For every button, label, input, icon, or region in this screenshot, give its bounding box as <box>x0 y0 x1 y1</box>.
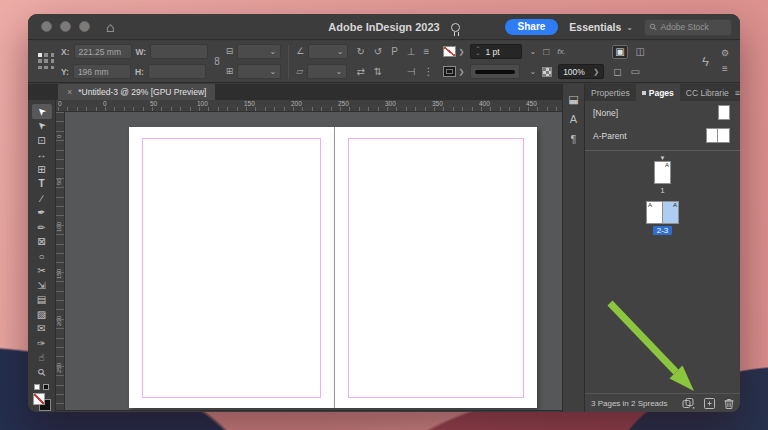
note-tool[interactable]: ✉ <box>32 322 52 337</box>
page-2-thumbnail[interactable]: A <box>646 201 663 224</box>
frame-fitting-button[interactable]: ◻ <box>612 67 622 77</box>
shear-angle-field[interactable]: ⌄ <box>307 64 347 79</box>
horizontal-ruler[interactable]: 0 0 50 100 150 200 250 300 350 400 450 <box>56 100 562 112</box>
fill-indicator-swatch[interactable] <box>33 393 45 405</box>
swap-fill-stroke[interactable] <box>34 384 49 390</box>
ruler-tick: 200 <box>56 316 62 326</box>
note-tool-icon: ✉ <box>37 323 45 334</box>
fill-menu-arrow[interactable]: ❯ <box>459 48 465 56</box>
gear-icon[interactable]: ⚙ <box>720 49 730 58</box>
delete-page-button[interactable] <box>724 398 734 409</box>
stroke-color-swatch[interactable] <box>443 66 456 77</box>
tab-properties[interactable]: Properties <box>585 84 636 101</box>
panel-menu-icon[interactable]: ≡ <box>721 64 729 74</box>
fill-stroke-indicator[interactable] <box>33 393 51 411</box>
close-tab-icon[interactable]: × <box>67 87 72 97</box>
parent-page-a-row[interactable]: A-Parent <box>585 124 740 147</box>
close-window-button[interactable] <box>41 21 52 32</box>
opacity-field[interactable]: 100% ❯ <box>558 64 604 79</box>
reference-point-proxy[interactable] <box>38 53 55 70</box>
tab-cc-libraries[interactable]: CC Librarie <box>680 84 735 101</box>
vertical-ruler[interactable]: 0 50 100 150 200 250 <box>56 112 65 410</box>
none-page-thumbnail[interactable] <box>718 105 730 120</box>
scale-y-field[interactable]: ⌄ <box>237 64 281 79</box>
pen-tool[interactable]: ✒ <box>32 206 52 221</box>
chevron-down-icon: ⌄ <box>626 23 633 32</box>
y-position-field[interactable]: 196 mm <box>73 64 131 79</box>
page-2[interactable] <box>129 127 334 408</box>
a-parent-right-thumbnail[interactable] <box>718 128 730 143</box>
tab-pages[interactable]: Pages <box>636 84 680 101</box>
constrain-proportions-icon[interactable]: 8 <box>214 57 220 67</box>
gradient-feather-tool[interactable]: ▨ <box>32 307 52 322</box>
create-new-page-button[interactable] <box>704 398 715 409</box>
type-tool[interactable]: T <box>32 177 52 192</box>
distribute-v-button[interactable]: ⋮ <box>423 67 435 77</box>
spread-2-3-label[interactable]: 2-3 <box>653 226 673 235</box>
corner-options-button[interactable]: □ <box>542 47 550 57</box>
page-1-thumbnail[interactable]: A <box>654 161 671 184</box>
flip-vertical-button[interactable]: ⇅ <box>373 67 383 77</box>
hand-tool[interactable]: ☝ <box>32 351 52 366</box>
select-container-icon[interactable]: P <box>390 47 399 57</box>
scissors-tool[interactable]: ✂ <box>32 264 52 279</box>
distribute-button[interactable]: ≡ <box>423 47 431 57</box>
rotate-cw-button[interactable]: ↻ <box>355 47 365 57</box>
traffic-lights <box>41 21 90 32</box>
panel-menu-icon[interactable]: ≡ <box>735 88 740 98</box>
edit-page-size-icon[interactable] <box>682 398 695 409</box>
page-3[interactable] <box>334 127 537 408</box>
character-styles-panel-icon[interactable]: A <box>570 114 577 125</box>
stroke-weight-field[interactable]: ⌃⌄ 1 pt <box>470 44 522 59</box>
a-parent-left-thumbnail[interactable] <box>706 128 718 143</box>
minimize-window-button[interactable] <box>60 21 71 32</box>
pencil-tool[interactable]: ✏ <box>32 220 52 235</box>
align-top-button[interactable]: ⊥ <box>406 47 417 57</box>
share-button[interactable]: Share <box>505 19 559 35</box>
wrap-none-button[interactable]: ▣ <box>612 45 627 59</box>
adobe-stock-search[interactable]: ⚲ Adobe Stock <box>644 19 732 36</box>
rectangle-frame-tool[interactable]: ⊠ <box>32 235 52 250</box>
zoom-window-button[interactable] <box>79 21 90 32</box>
workspace-switcher[interactable]: Essentials ⌄ <box>569 21 633 33</box>
type-tool-icon: T <box>38 178 44 189</box>
home-icon[interactable]: ⌂ <box>106 20 114 34</box>
stroke-menu-arrow[interactable]: ❯ <box>459 68 465 76</box>
title-bar: ⌂ Adobe InDesign 2023 Share Essentials ⌄… <box>28 14 740 40</box>
selection-tool[interactable]: ➤ <box>32 104 52 119</box>
zoom-tool[interactable]: ⚲ <box>32 365 52 380</box>
align-bottom-button[interactable]: ⊣ <box>406 67 417 77</box>
effects-chevron[interactable]: ⌄ <box>529 67 536 76</box>
x-position-field[interactable]: 221.25 mm <box>74 44 132 59</box>
stroke-style-select[interactable] <box>470 64 520 79</box>
gradient-tool[interactable]: ▤ <box>32 293 52 308</box>
page-3-thumbnail[interactable]: A <box>662 201 679 224</box>
height-field[interactable] <box>148 64 206 79</box>
document-canvas[interactable]: 0 50 100 150 200 250 <box>56 112 562 410</box>
page-1-label[interactable]: 1 <box>660 186 664 195</box>
shape-tool[interactable]: ○ <box>32 249 52 264</box>
line-tool[interactable]: ∕ <box>32 191 52 206</box>
rotate-ccw-button[interactable]: ↺ <box>373 47 383 57</box>
effects-button[interactable]: fx. <box>556 48 566 56</box>
rotation-angle-field[interactable]: ⌄ <box>308 44 348 59</box>
fill-color-swatch[interactable] <box>443 46 456 57</box>
wrap-bounding-box-button[interactable]: ◫ <box>635 47 646 57</box>
document-tab[interactable]: × *Untitled-3 @ 29% [GPU Preview] <box>58 84 215 100</box>
free-transform-tool[interactable]: ⇲ <box>32 278 52 293</box>
stroke-type-chevron[interactable]: ⌄ <box>529 47 536 56</box>
width-field[interactable] <box>150 44 208 59</box>
eyedropper-tool[interactable]: ✑ <box>32 336 52 351</box>
page-tool[interactable]: ⊡ <box>32 133 52 148</box>
flip-horizontal-button[interactable]: ⇄ <box>355 67 365 77</box>
cc-libraries-panel-icon[interactable]: ⬓ <box>568 94 578 105</box>
gap-tool[interactable]: ↔ <box>32 148 52 163</box>
parent-page-none-row[interactable]: [None] <box>585 101 740 124</box>
direct-selection-tool[interactable]: ➤ <box>32 119 52 134</box>
auto-fit-button[interactable]: ▭ <box>629 67 640 77</box>
lightbulb-icon[interactable] <box>451 23 460 32</box>
scale-x-field[interactable]: ⌄ <box>237 44 281 59</box>
content-collector-tool[interactable]: ⊞ <box>32 162 52 177</box>
paragraph-styles-panel-icon[interactable]: ¶ <box>571 134 577 145</box>
gpu-performance-icon[interactable]: ϟ <box>701 55 710 68</box>
